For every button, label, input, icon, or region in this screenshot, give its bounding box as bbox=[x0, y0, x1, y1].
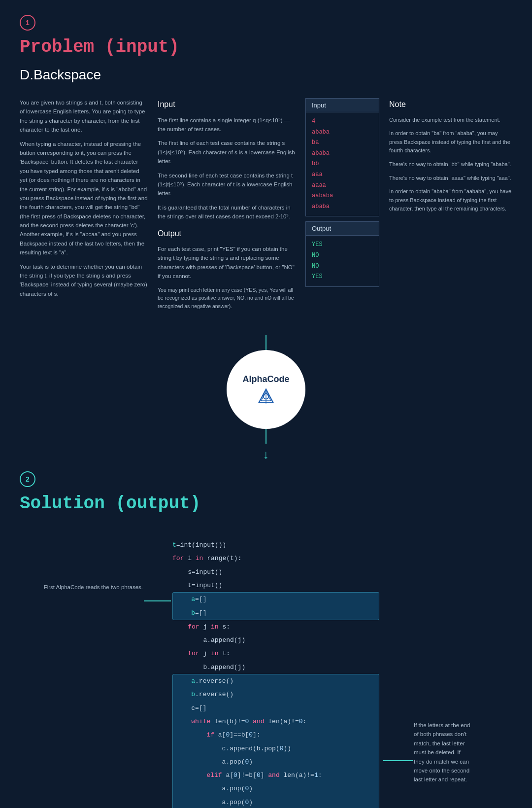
code-line-20: a.pop(0) bbox=[176, 796, 376, 808]
down-arrow-icon: ↓ bbox=[263, 448, 269, 461]
problem-desc-2: When typing a character, instead of pres… bbox=[20, 140, 148, 257]
code-line-3: s=input() bbox=[172, 565, 379, 579]
input-val-6: aaaa bbox=[312, 182, 326, 189]
code-line-2: for i in range(t): bbox=[172, 552, 379, 565]
output-val-1: NO bbox=[312, 252, 319, 259]
code-line-1: t=int(input()) bbox=[172, 538, 379, 552]
code-highlight-reverse-while: a.reverse() b.reverse() c=[] while len(b… bbox=[172, 674, 379, 808]
input-box-content: 4 ababa ba ababa bb aaa aaaa aababa abab… bbox=[306, 112, 379, 216]
input-val-7: aababa bbox=[312, 192, 333, 199]
bridge-line-top bbox=[266, 335, 266, 350]
step1-circle: 1 bbox=[20, 15, 35, 31]
note-4: There's no way to obtain "aaaa" while ty… bbox=[389, 174, 512, 183]
problem-desc-3: Your task is to determine whether you ca… bbox=[20, 262, 148, 299]
output-spec-1: For each test case, print "YES" if you c… bbox=[158, 245, 296, 281]
code-line-12: b.reverse() bbox=[176, 688, 376, 701]
input-val-8: ababa bbox=[312, 203, 330, 210]
problem-content: You are given two strings s and t, both … bbox=[20, 98, 512, 316]
code-line-13: c=[] bbox=[176, 702, 376, 715]
bridge-line-bottom bbox=[266, 429, 266, 444]
code-line-15: if a[0]==b[0]: bbox=[176, 728, 376, 741]
output-box-content: YES NO NO YES bbox=[306, 236, 379, 286]
alphacode-circle: AlphaCode bbox=[227, 350, 305, 429]
note-3: There's no way to obtain "bb" while typi… bbox=[389, 160, 512, 169]
input-spec-2: The first line of each test case contain… bbox=[158, 139, 296, 166]
alphacode-bridge: AlphaCode ↓ bbox=[20, 316, 512, 471]
io-examples: Input 4 ababa ba ababa bb aaa aaaa aabab… bbox=[305, 98, 379, 316]
code-line-19: a.pop(0) bbox=[176, 782, 376, 795]
alphacode-label: AlphaCode bbox=[242, 374, 289, 385]
input-val-4: bb bbox=[312, 160, 319, 167]
input-val-0: 4 bbox=[312, 118, 315, 125]
code-line-10: b.append(j) bbox=[172, 661, 379, 674]
code-line-6: b=[] bbox=[176, 606, 376, 620]
step2-circle: 2 bbox=[20, 471, 35, 487]
rann1-line bbox=[383, 760, 413, 761]
code-line-4: t=input() bbox=[172, 579, 379, 592]
problem-section: 1 Problem (input) D.Backspace You are gi… bbox=[0, 0, 532, 471]
code-line-5: a=[] bbox=[176, 593, 376, 606]
ann1-line bbox=[144, 600, 171, 601]
note-5: In order to obtain "ababa" from "aababa"… bbox=[389, 187, 512, 213]
d-backspace-title: D.Backspace bbox=[20, 67, 512, 88]
code-line-16: c.append(b.pop(0)) bbox=[176, 742, 376, 755]
input-box-header: Input bbox=[306, 99, 379, 112]
code-line-7: for j in s: bbox=[172, 620, 379, 633]
output-box: Output YES NO NO YES bbox=[305, 221, 379, 286]
code-line-14: while len(b)!=0 and len(a)!=0: bbox=[176, 715, 376, 728]
output-spec-title: Output bbox=[158, 227, 296, 240]
code-area: First AlphaCode reads the two phrases. B… bbox=[20, 533, 512, 808]
note-title: Note bbox=[389, 98, 512, 111]
input-val-1: ababa bbox=[312, 129, 330, 136]
problem-desc-1: You are given two strings s and t, both … bbox=[20, 98, 148, 135]
code-line-8: a.append(j) bbox=[172, 633, 379, 647]
code-line-17: a.pop(0) bbox=[176, 755, 376, 769]
problem-note: Note Consider the example test from the … bbox=[389, 98, 512, 316]
problem-description: You are given two strings s and t, both … bbox=[20, 98, 148, 316]
note-1: Consider the example test from the state… bbox=[389, 116, 512, 125]
right-annotation-1: If the letters at the endof both phrases… bbox=[414, 721, 512, 784]
code-block: t=int(input()) for i in range(t): s=inpu… bbox=[172, 538, 379, 808]
output-note: You may print each letter in any case (Y… bbox=[158, 286, 296, 311]
note-2: In order to obtain "ba" from "ababa", yo… bbox=[389, 129, 512, 155]
output-box-header: Output bbox=[306, 222, 379, 236]
code-line-18: elif a[0]!=b[0] and len(a)!=1: bbox=[176, 769, 376, 782]
input-val-3: ababa bbox=[312, 150, 330, 157]
input-spec-1: The first line contains a single integer… bbox=[158, 116, 296, 134]
input-spec-title: Input bbox=[158, 98, 296, 111]
output-val-0: YES bbox=[312, 241, 323, 248]
problem-spec: Input The first line contains a single i… bbox=[158, 98, 296, 316]
input-spec-4: It is guaranteed that the total number o… bbox=[158, 203, 296, 221]
output-val-3: YES bbox=[312, 273, 323, 280]
left-annotation-1: First AlphaCode reads the two phrases. bbox=[20, 583, 143, 592]
code-line-11: a.reverse() bbox=[176, 674, 376, 688]
solution-title: Solution (output) bbox=[20, 493, 512, 514]
problem-title: Problem (input) bbox=[20, 37, 512, 57]
solution-section: 2 Solution (output) First AlphaCode read… bbox=[0, 471, 532, 808]
output-val-2: NO bbox=[312, 263, 319, 270]
input-box: Input 4 ababa ba ababa bb aaa aaaa aabab… bbox=[305, 98, 379, 216]
input-val-2: ba bbox=[312, 139, 319, 146]
code-line-9: for j in t: bbox=[172, 647, 379, 660]
input-spec-3: The second line of each test case contai… bbox=[158, 171, 296, 198]
alphacode-logo-icon bbox=[257, 387, 275, 405]
code-highlight-ab: a=[] b=[] bbox=[172, 592, 379, 620]
input-val-5: aaa bbox=[312, 171, 323, 178]
